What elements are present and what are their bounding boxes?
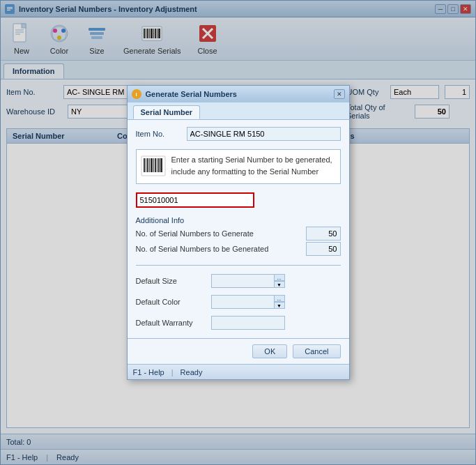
no-to-be-generated-label: No. of Serial Numbers to be Generated bbox=[136, 245, 269, 253]
serial-number-input[interactable] bbox=[136, 192, 254, 208]
svg-rect-32 bbox=[147, 158, 148, 172]
svg-rect-30 bbox=[144, 158, 145, 172]
default-warranty-row: Default Warranty bbox=[136, 316, 341, 330]
svg-rect-31 bbox=[146, 158, 146, 172]
modal-close-button[interactable]: ✕ bbox=[334, 89, 345, 99]
svg-rect-37 bbox=[157, 158, 158, 172]
barcode-icon bbox=[141, 154, 166, 179]
default-size-browse-btn[interactable]: … bbox=[274, 274, 285, 281]
default-color-buttons: … ▼ bbox=[274, 295, 285, 309]
modal-info-box: Enter a starting Serial Number to be gen… bbox=[136, 149, 341, 184]
cancel-button[interactable]: Cancel bbox=[293, 344, 340, 358]
svg-rect-33 bbox=[149, 158, 150, 172]
no-to-generate-row: No. of Serial Numbers to Generate bbox=[136, 226, 341, 241]
no-to-be-generated-input[interactable] bbox=[306, 242, 341, 256]
modal-status-bar: F1 - Help | Ready bbox=[128, 364, 349, 379]
modal-overlay: i Generate Serial Numbers ✕ Serial Numbe… bbox=[0, 0, 476, 465]
modal-button-row: OK Cancel bbox=[128, 338, 349, 364]
generate-serial-numbers-dialog: i Generate Serial Numbers ✕ Serial Numbe… bbox=[127, 85, 350, 380]
modal-item-no-label: Item No. bbox=[136, 130, 181, 138]
no-to-generate-label: No. of Serial Numbers to Generate bbox=[136, 229, 254, 238]
serial-input-row bbox=[136, 192, 341, 208]
no-to-generate-input[interactable] bbox=[306, 227, 341, 241]
modal-item-row: Item No. bbox=[136, 127, 341, 141]
ok-button[interactable]: OK bbox=[252, 344, 287, 358]
default-color-row: Default Color … ▼ bbox=[136, 295, 341, 309]
default-size-dropdown-btn[interactable]: ▼ bbox=[274, 281, 285, 288]
default-color-dropdown-btn[interactable]: ▼ bbox=[274, 302, 285, 309]
modal-info-text: Enter a starting Serial Number to be gen… bbox=[171, 154, 336, 177]
no-to-be-generated-row: No. of Serial Numbers to be Generated bbox=[136, 241, 341, 257]
modal-title: Generate Serial Numbers bbox=[146, 90, 237, 98]
default-size-buttons: … ▼ bbox=[274, 274, 285, 288]
svg-rect-39 bbox=[160, 158, 162, 172]
modal-separator: | bbox=[171, 368, 174, 376]
default-color-label: Default Color bbox=[136, 298, 206, 306]
svg-rect-36 bbox=[155, 158, 156, 172]
svg-rect-38 bbox=[158, 158, 160, 172]
modal-tab-bar: Serial Number bbox=[128, 102, 349, 120]
default-size-input[interactable] bbox=[211, 274, 274, 288]
modal-help-text: F1 - Help bbox=[133, 368, 164, 376]
modal-ready-text: Ready bbox=[181, 368, 203, 376]
modal-icon: i bbox=[132, 89, 141, 99]
default-size-label: Default Size bbox=[136, 277, 206, 285]
default-size-row: Default Size … ▼ bbox=[136, 274, 341, 288]
default-warranty-input[interactable] bbox=[211, 316, 285, 330]
modal-tab-serial-number[interactable]: Serial Number bbox=[133, 105, 201, 119]
default-color-input[interactable] bbox=[211, 295, 274, 309]
svg-rect-34 bbox=[151, 158, 153, 172]
default-color-select-group: … ▼ bbox=[211, 295, 285, 309]
default-color-browse-btn[interactable]: … bbox=[274, 295, 285, 302]
modal-title-bar: i Generate Serial Numbers ✕ bbox=[128, 86, 349, 102]
modal-content: Item No. bbox=[128, 120, 349, 338]
divider bbox=[136, 265, 341, 266]
modal-item-no-input[interactable] bbox=[187, 127, 341, 141]
default-warranty-label: Default Warranty bbox=[136, 319, 206, 327]
svg-rect-35 bbox=[153, 158, 154, 172]
additional-info-section: Additional Info No. of Serial Numbers to… bbox=[136, 213, 341, 257]
default-size-select-group: … ▼ bbox=[211, 274, 285, 288]
additional-info-label: Additional Info bbox=[136, 216, 341, 224]
